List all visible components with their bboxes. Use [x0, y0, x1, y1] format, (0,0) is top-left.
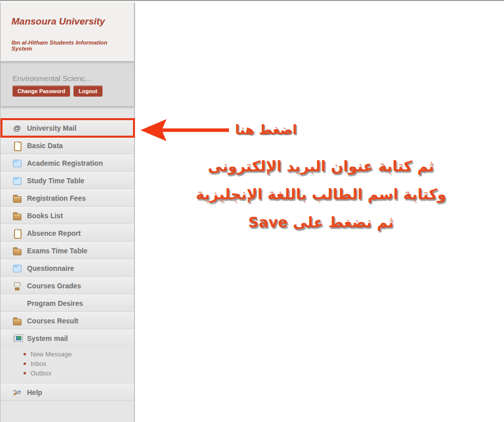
bullet-icon	[24, 353, 26, 355]
sidebar-item-courses-result[interactable]: Courses Result	[0, 312, 134, 329]
instruction-line-2: وكتابة اسم الطالب باللغة الإنجليزية	[188, 180, 454, 208]
page: Mansoura University Ibn al-Hitham Studen…	[0, 0, 504, 422]
sidebar-item-label: Exams Time Table	[27, 247, 88, 255]
trophy-icon	[12, 281, 22, 290]
instruction-line-1: ثم كتابة عنوان البريد الإلكترونى	[188, 152, 454, 180]
clipboard-icon	[12, 229, 22, 238]
sidebar-item-system-mail[interactable]: System mail	[0, 329, 134, 347]
sidebar-item-label: Absence Report	[27, 229, 80, 237]
sidebar-item-questionnaire[interactable]: Questionnaire	[0, 259, 134, 277]
user-panel: Environmental Scienc... Change Password …	[0, 61, 134, 106]
sidebar-item-basic-data[interactable]: Basic Data	[0, 137, 134, 154]
instructions-annotation: ثم كتابة عنوان البريد الإلكترونىوكتابة ا…	[188, 152, 454, 236]
change-password-button[interactable]: Change Password	[12, 86, 70, 97]
folder-icon	[12, 316, 22, 325]
sidebar-item-help[interactable]: Help	[0, 383, 134, 401]
sidebar-item-registration-fees[interactable]: Registration Fees	[0, 189, 134, 207]
sidebar-item-label: Books List	[27, 212, 63, 220]
sidebar-item-academic-registration[interactable]: Academic Registration	[0, 154, 134, 172]
form-icon	[12, 159, 22, 168]
red-arrow-icon	[140, 118, 230, 142]
sidebar-item-label: Courses Result	[27, 317, 78, 325]
main-content: اضغط هنا ثم كتابة عنوان البريد الإلكترون…	[136, 2, 504, 422]
sidebar-subitem-inbox[interactable]: Inbox	[24, 359, 134, 368]
sidebar-subitem-new-message[interactable]: New Message	[24, 349, 134, 359]
bullet-icon	[24, 372, 26, 374]
sidebar-item-label: Registration Fees	[27, 194, 86, 202]
sidebar: Mansoura University Ibn al-Hitham Studen…	[0, 2, 135, 422]
tools-icon	[12, 388, 22, 397]
folder-icon	[12, 194, 22, 203]
click-here-annotation: اضغط هنا	[235, 122, 297, 137]
sidebar-item-label: Courses Grades	[27, 282, 81, 290]
sidebar-item-label: Help	[27, 388, 42, 396]
sidebar-item-study-time-table[interactable]: Study Time Table	[0, 172, 134, 189]
clipboard-icon	[12, 141, 22, 150]
sidebar-item-label: Basic Data	[27, 142, 63, 150]
sidebar-item-label: Program Desires	[27, 299, 83, 307]
photos-icon	[12, 334, 22, 343]
page-subtitle: Ibn al-Hitham Students Information Syste…	[12, 40, 129, 52]
sidebar-item-program-desires[interactable]: Program Desires	[0, 294, 134, 312]
sidebar-item-absence-report[interactable]: Absence Report	[0, 224, 134, 242]
sidebar-item-university-mail[interactable]: @ University Mail	[0, 119, 134, 137]
sidebar-subitem-label: Inbox	[30, 360, 46, 367]
user-name: Environmental Scienc...	[12, 74, 134, 83]
sidebar-item-label: Study Time Table	[27, 177, 84, 185]
sidebar-header: Mansoura University Ibn al-Hitham Studen…	[0, 2, 134, 61]
sidebar-item-books-list[interactable]: Books List	[0, 207, 134, 224]
page-title: Mansoura University	[12, 16, 129, 27]
sidebar-subitem-outbox[interactable]: Outbox	[24, 368, 134, 378]
form-icon	[12, 176, 22, 185]
logout-button[interactable]: Logout	[74, 86, 102, 97]
bullet-icon	[24, 362, 26, 365]
sidebar-item-label: University Mail	[27, 124, 76, 132]
submenu-system-mail: New MessageInboxOutbox	[0, 347, 134, 383]
at-icon: @	[12, 124, 22, 133]
sidebar-item-label: System mail	[27, 334, 68, 342]
folder-icon	[12, 211, 22, 220]
user-buttons: Change Password Logout	[12, 86, 134, 97]
sidebar-item-courses-grades[interactable]: Courses Grades	[0, 277, 134, 294]
instruction-line-3: ثم نضغط على Save	[188, 208, 454, 236]
sidebar-block-system-mail: System mail New MessageInboxOutbox	[0, 329, 134, 383]
sidebar-subitem-label: Outbox	[30, 369, 52, 377]
sidebar-item-label: Questionnaire	[27, 264, 74, 272]
folder-icon	[12, 246, 22, 255]
sidebar-subitem-label: New Message	[30, 350, 72, 358]
sidebar-item-label: Academic Registration	[27, 159, 103, 167]
form-icon	[12, 264, 22, 273]
none-icon	[12, 299, 22, 308]
sidebar-item-exams-time-table[interactable]: Exams Time Table	[0, 242, 134, 259]
sidebar-menu: @ University Mail Basic Data Academic Re…	[0, 106, 134, 401]
